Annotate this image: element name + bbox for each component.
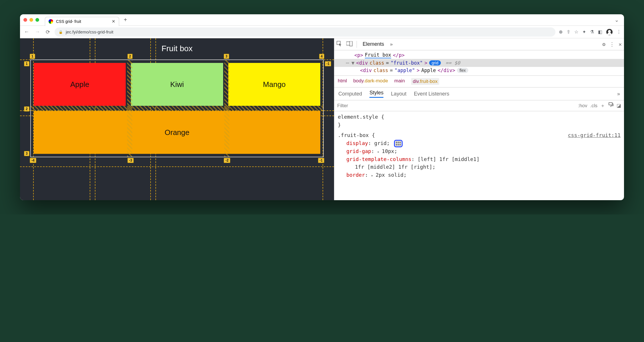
tab-list-chevron-icon[interactable]: ⌄ <box>615 17 621 23</box>
grid-row-label: 3 <box>24 151 29 156</box>
labs-icon[interactable]: ⚗ <box>590 29 594 35</box>
svg-rect-3 <box>609 103 612 105</box>
tab-title: CSS grid- fruit <box>56 19 81 24</box>
reload-button[interactable]: ⟳ <box>45 29 51 35</box>
devtools-panel: Elements » ⚙ ⋮ ✕ <p>Fruit box</p> ⋯ ▼ <d… <box>334 38 624 200</box>
grid-cell-mango: Mango <box>228 63 320 106</box>
url-text: jec.fyi/demo/css-grid-fruit <box>66 29 113 34</box>
hov-toggle[interactable]: :hov <box>578 103 587 109</box>
breadcrumb[interactable]: html body.dark-mode main div.fruit-box <box>334 76 624 88</box>
crumb[interactable]: main <box>394 78 405 85</box>
devtools-tab-elements[interactable]: Elements <box>361 40 386 48</box>
svg-rect-9 <box>399 144 401 146</box>
titlebar: CSS grid- fruit ✕ + ⌄ <box>20 14 624 26</box>
settings-icon[interactable]: ⚙ <box>602 41 605 47</box>
more-tabs-icon[interactable]: » <box>390 41 393 47</box>
profile-avatar-icon[interactable] <box>606 29 613 35</box>
minimize-window-icon[interactable] <box>29 18 33 22</box>
filter-input[interactable] <box>337 103 575 109</box>
subtab-event-listeners[interactable]: Event Listeners <box>414 91 449 97</box>
devtools-header: Elements » ⚙ ⋮ ✕ <box>334 38 624 50</box>
grid-col-label: 1 <box>30 54 35 59</box>
inspect-element-icon[interactable] <box>337 41 342 48</box>
svg-rect-7 <box>396 144 397 146</box>
grid-col-label-neg: -3 <box>127 158 134 163</box>
zoom-icon[interactable]: ⊕ <box>559 29 563 35</box>
cls-toggle[interactable]: .cls <box>590 103 598 109</box>
lock-icon: 🔒 <box>59 30 63 34</box>
browser-tab[interactable]: CSS grid- fruit ✕ <box>45 17 119 26</box>
window-controls <box>23 18 39 22</box>
flex-badge[interactable]: flex <box>457 68 468 73</box>
close-window-icon[interactable] <box>23 18 27 22</box>
svg-rect-4 <box>396 142 397 143</box>
extensions-icon[interactable]: ✦ <box>582 29 586 35</box>
grid-cell-apple: Apple <box>34 63 126 106</box>
dom-node[interactable]: <div class="apple">Apple</div> flex <box>334 67 624 74</box>
content-area: Fruit box Apple Kiwi Mango O <box>20 38 624 200</box>
crumb-selected[interactable]: div.fruit-box <box>411 78 439 85</box>
grid-col-label-neg: -1 <box>318 158 325 163</box>
grid-col-label: 3 <box>224 54 229 59</box>
page-heading: Fruit box <box>30 44 324 53</box>
grid-row-label: 1 <box>24 61 29 66</box>
new-tab-button[interactable]: + <box>121 17 130 23</box>
svg-rect-6 <box>399 142 401 143</box>
styles-pane[interactable]: element.style { } css-grid-fruit:11 .fru… <box>334 111 624 200</box>
grid-line-overlay <box>20 166 334 167</box>
subtab-layout[interactable]: Layout <box>391 91 406 97</box>
device-toolbar-icon[interactable] <box>346 41 353 47</box>
favicon-icon <box>49 19 53 24</box>
subtab-computed[interactable]: Computed <box>338 91 362 97</box>
grid-cell-orange: Orange <box>34 111 320 154</box>
styles-subtabs: Computed Styles Layout Event Listeners » <box>334 88 624 100</box>
source-link[interactable]: css-grid-fruit:11 <box>568 131 621 139</box>
kebab-menu-icon[interactable]: ⋮ <box>609 41 615 47</box>
grid-col-label: 2 <box>127 54 133 59</box>
close-tab-icon[interactable]: ✕ <box>112 19 115 24</box>
share-icon[interactable]: ⇧ <box>567 29 570 35</box>
svg-rect-8 <box>397 144 399 146</box>
computed-sidebar-icon[interactable]: ◪ <box>617 103 621 109</box>
dom-node-selected[interactable]: ⋯ ▼ <div class="fruit-box"> grid == $0 <box>334 59 624 67</box>
styles-filter-bar: :hov .cls ＋ ◪ <box>334 100 624 111</box>
browser-window: CSS grid- fruit ✕ + ⌄ ← → ⟳ 🔒 jec.fyi/de… <box>20 14 624 200</box>
grid-col-label: 4 <box>319 54 325 59</box>
ellipsis-icon[interactable]: ⋯ <box>346 59 350 66</box>
close-devtools-icon[interactable]: ✕ <box>619 41 622 47</box>
crumb[interactable]: html <box>338 78 347 85</box>
side-panel-icon[interactable]: ◧ <box>598 29 602 35</box>
new-style-rule-icon[interactable]: ＋ <box>600 102 605 109</box>
paint-icon[interactable] <box>608 102 614 109</box>
fruit-box-grid: Apple Kiwi Mango Orange 1 2 3 4 1 2 3 -1… <box>30 59 324 157</box>
dollar-zero-label: == $0 <box>445 60 460 66</box>
grid-col-label-neg: -4 <box>30 158 36 163</box>
grid-col-label-neg: -2 <box>224 158 230 163</box>
browser-toolbar: ← → ⟳ 🔒 jec.fyi/demo/css-grid-fruit ⊕ ⇧ … <box>20 26 624 38</box>
subtab-styles[interactable]: Styles <box>369 90 383 98</box>
grid-row-label: 2 <box>24 106 29 112</box>
grid-cell-kiwi: Kiwi <box>131 63 223 106</box>
forward-button[interactable]: → <box>34 29 41 35</box>
bookmark-icon[interactable]: ☆ <box>574 29 578 35</box>
grid-editor-icon[interactable] <box>394 140 403 147</box>
grid-row-label-neg: -1 <box>325 61 331 66</box>
grid-gap-overlay <box>31 106 323 111</box>
crumb[interactable]: body.dark-mode <box>353 78 388 85</box>
menu-icon[interactable]: ⋮ <box>617 29 621 35</box>
svg-rect-2 <box>350 41 352 46</box>
grid-badge[interactable]: grid <box>429 60 441 65</box>
svg-rect-5 <box>397 142 399 143</box>
page-viewport: Fruit box Apple Kiwi Mango O <box>20 38 334 200</box>
back-button[interactable]: ← <box>23 29 30 35</box>
maximize-window-icon[interactable] <box>35 18 39 22</box>
dom-tree[interactable]: <p>Fruit box</p> ⋯ ▼ <div class="fruit-b… <box>334 50 624 76</box>
dom-node[interactable]: <p>Fruit box</p> <box>334 51 624 59</box>
address-bar[interactable]: 🔒 jec.fyi/demo/css-grid-fruit <box>55 27 555 37</box>
more-subtabs-icon[interactable]: » <box>617 91 620 97</box>
